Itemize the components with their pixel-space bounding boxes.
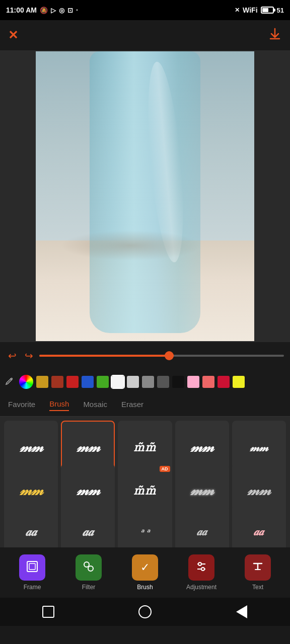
color-swatch-green[interactable] <box>97 376 109 388</box>
brush-section: 𝓂𝓂 𝓂𝓂 m̃m̃ 𝓂𝓂 𝓂𝓂 𝓂𝓂 𝓂𝓂 AD <box>0 417 290 547</box>
color-swatch-yellow[interactable] <box>233 376 245 388</box>
table-shadow <box>60 230 201 261</box>
svg-rect-0 <box>27 561 37 572</box>
brush-preview-12: 𝒂𝒂 <box>83 526 94 539</box>
tab-mosaic[interactable]: Mosaic <box>83 400 107 411</box>
svg-point-5 <box>198 562 201 566</box>
color-swatch-golden[interactable] <box>36 376 48 388</box>
brush-item-12[interactable]: 𝒂𝒂 <box>61 505 115 547</box>
wifi-icon: WiFi <box>243 6 257 14</box>
brush-action-label: Brush <box>137 584 153 591</box>
brush-item-15[interactable]: 𝒂𝒂 <box>232 505 286 547</box>
color-swatch-salmon[interactable] <box>202 376 214 388</box>
color-swatch-black[interactable] <box>172 376 184 388</box>
text-icon-box <box>245 554 271 581</box>
brush-preview-1: 𝓂𝓂 <box>20 439 43 456</box>
battery-percent: 51 <box>277 7 284 14</box>
text-label: Text <box>252 584 263 591</box>
brush-check-icon: ✓ <box>140 561 150 574</box>
color-swatch-red[interactable] <box>66 376 79 388</box>
dot-separator: · <box>76 6 78 14</box>
color-palette <box>0 369 290 394</box>
photo-content <box>36 51 254 341</box>
battery-fill <box>262 8 268 12</box>
color-wheel[interactable] <box>19 375 33 389</box>
tab-favorite[interactable]: Favorite <box>8 400 35 411</box>
brush-preview-4: 𝓂𝓂 <box>190 439 213 456</box>
svg-point-3 <box>88 566 93 571</box>
tab-brush[interactable]: Brush <box>49 399 69 411</box>
brush-preview-6: 𝓂𝓂 <box>20 482 43 499</box>
brush-icon-box: ✓ <box>132 554 158 581</box>
brush-preview-14: 𝒂𝒂 <box>197 526 207 538</box>
tab-eraser[interactable]: Eraser <box>121 400 143 411</box>
color-swatch-mid-gray[interactable] <box>142 376 154 388</box>
status-bar: 11:00 AM 🔕 ▷ ◎ ⊡ · ✕ WiFi 51 <box>0 0 290 20</box>
nav-square-button[interactable] <box>39 603 57 621</box>
download-button[interactable] <box>268 27 282 44</box>
action-filter[interactable]: Filter <box>60 554 117 591</box>
color-swatch-blue[interactable] <box>82 376 94 388</box>
action-frame[interactable]: Frame <box>4 554 60 591</box>
brush-preview-8: m̃m̃ <box>133 485 157 498</box>
filter-label: Filter <box>82 584 96 591</box>
color-swatch-light-pink[interactable] <box>187 376 199 388</box>
undo-button[interactable]: ↩ <box>6 348 19 364</box>
brush-item-13[interactable]: ᵃᵃ <box>118 505 172 547</box>
frame-label: Frame <box>24 584 41 591</box>
nav-home-button[interactable] <box>136 603 154 621</box>
color-swatch-crimson[interactable] <box>218 376 230 388</box>
image-canvas[interactable] <box>0 50 290 342</box>
filter-icon <box>82 559 96 576</box>
top-toolbar: ✕ <box>0 20 290 50</box>
slider-thumb[interactable] <box>165 351 174 360</box>
status-time: 11:00 AM <box>6 6 37 14</box>
brush-preview-11: 𝒂𝒂 <box>26 526 37 539</box>
x-icon: ✕ <box>235 7 240 14</box>
color-swatch-light-gray[interactable] <box>127 376 139 388</box>
brush-grid: 𝓂𝓂 𝓂𝓂 m̃m̃ 𝓂𝓂 𝓂𝓂 𝓂𝓂 𝓂𝓂 AD <box>0 417 290 547</box>
brush-item-14[interactable]: 𝒂𝒂 <box>175 505 229 547</box>
nav-bar <box>0 598 290 626</box>
brush-preview-2: 𝓂𝓂 <box>77 439 100 456</box>
ad-badge: AD <box>160 466 170 472</box>
nav-square-icon <box>42 606 54 618</box>
cup-shape <box>90 51 200 333</box>
color-swatch-white[interactable] <box>112 376 124 388</box>
brush-preview-10: 𝓂𝓂 <box>247 482 270 499</box>
filter-icon-box <box>76 554 102 581</box>
battery-indicator <box>261 7 274 14</box>
status-left: 11:00 AM 🔕 ▷ ◎ ⊡ · <box>6 6 78 14</box>
action-adjustment[interactable]: Adjustment <box>173 554 230 591</box>
brush-preview-3: m̃m̃ <box>133 441 157 454</box>
close-button[interactable]: ✕ <box>8 28 18 42</box>
status-right: ✕ WiFi 51 <box>235 6 284 14</box>
brush-preview-5: 𝓂𝓂 <box>250 441 268 454</box>
nav-back-button[interactable] <box>233 603 251 621</box>
action-bar: Frame Filter ✓ Brush <box>0 547 290 598</box>
svg-rect-1 <box>29 564 35 570</box>
adjustment-icon <box>194 559 208 576</box>
color-swatch-dark-gray[interactable] <box>157 376 169 388</box>
brush-item-11[interactable]: 𝒂𝒂 <box>4 505 58 547</box>
svg-point-7 <box>201 568 204 571</box>
nav-back-icon <box>236 605 247 618</box>
action-brush[interactable]: ✓ Brush <box>117 554 173 591</box>
brush-preview-9: 𝓂𝓂 <box>190 482 213 499</box>
frame-icon-box <box>19 554 45 581</box>
brush-preview-15: 𝒂𝒂 <box>254 526 264 538</box>
slider-area: ↩ ↪ <box>0 342 290 369</box>
action-text[interactable]: Text <box>230 554 286 591</box>
redo-button[interactable]: ↪ <box>23 348 35 364</box>
cast-icon: ▷ <box>51 7 56 14</box>
text-icon <box>251 559 265 576</box>
color-swatch-brown-red[interactable] <box>51 376 63 388</box>
brush-preview-7: 𝓂𝓂 <box>77 482 100 499</box>
brush-size-slider[interactable] <box>39 355 284 357</box>
nav-circle-icon <box>138 605 152 618</box>
frame-icon <box>25 559 39 576</box>
pen-icon <box>5 376 14 387</box>
main-content: 11:00 AM 🔕 ▷ ◎ ⊡ · ✕ WiFi 51 ✕ <box>0 0 290 644</box>
adjustment-label: Adjustment <box>186 584 216 591</box>
adjustment-icon-box <box>188 554 214 581</box>
